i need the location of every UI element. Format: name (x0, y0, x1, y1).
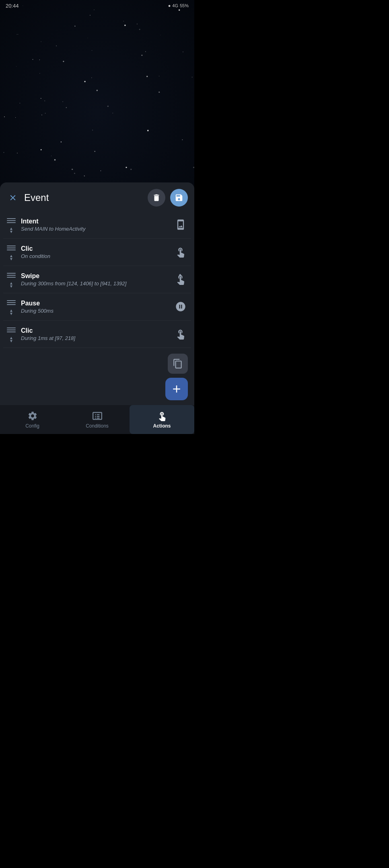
action-content: Swipe During 300ms from [124, 1406] to [… (21, 272, 169, 287)
action-item[interactable]: ▲▼ Clic During 1ms at [97, 218] (3, 321, 191, 348)
conditions-label: Conditions (86, 423, 109, 429)
bottom-navigation: Config Conditions Actions (0, 405, 194, 434)
config-label: Config (25, 423, 39, 429)
click-icon (173, 245, 188, 259)
action-content: Intent Send MAIN to HomeActivity (21, 218, 169, 232)
save-button[interactable] (170, 189, 188, 207)
action-description: During 1ms at [97, 218] (21, 335, 169, 341)
action-content: Clic On condition (21, 245, 169, 259)
swipe-icon (173, 272, 188, 287)
action-content: Pause During 500ms (21, 300, 169, 314)
action-name: Clic (21, 245, 169, 252)
drag-handle[interactable]: ▲▼ (6, 216, 16, 233)
status-icons: ● 4G 55% (168, 3, 189, 8)
pause-icon (173, 299, 188, 314)
conditions-icon (92, 410, 103, 422)
action-description: During 500ms (21, 308, 169, 314)
panel-title: Event (24, 192, 143, 203)
action-content: Clic During 1ms at [97, 218] (21, 327, 169, 341)
action-name: Clic (21, 327, 169, 334)
battery-level: 55% (180, 3, 189, 8)
action-name: Swipe (21, 272, 169, 280)
action-item[interactable]: ▲▼ Swipe During 300ms from [124, 1406] t… (3, 266, 191, 293)
action-list: ▲▼ Intent Send MAIN to HomeActivity ▲▼ (0, 211, 194, 349)
copy-button[interactable] (168, 354, 188, 374)
event-panel: Event ▲▼ Intent Sen (0, 182, 194, 434)
signal-icon: 4G (172, 3, 178, 8)
drag-handle[interactable]: ▲▼ (6, 298, 16, 315)
action-item[interactable]: ▲▼ Pause During 500ms (3, 293, 191, 321)
nav-conditions[interactable]: Conditions (65, 405, 130, 434)
click-icon-2 (173, 327, 188, 341)
drag-handle[interactable]: ▲▼ (6, 326, 16, 343)
action-item[interactable]: ▲▼ Intent Send MAIN to HomeActivity (3, 211, 191, 239)
delete-button[interactable] (148, 189, 165, 207)
nav-config[interactable]: Config (0, 405, 65, 434)
close-button[interactable] (6, 191, 19, 204)
bluetooth-icon: ● (168, 3, 171, 8)
actions-label: Actions (153, 423, 171, 429)
drag-handle[interactable]: ▲▼ (6, 271, 16, 288)
action-name: Pause (21, 300, 169, 307)
nav-actions[interactable]: Actions (130, 405, 194, 434)
status-time: 20:44 (6, 3, 19, 9)
action-name: Intent (21, 218, 169, 225)
action-description: During 300ms from [124, 1406] to [941, 1… (21, 280, 169, 287)
action-item[interactable]: ▲▼ Clic On condition (3, 239, 191, 266)
drag-handle[interactable]: ▲▼ (6, 244, 16, 261)
action-description: On condition (21, 253, 169, 259)
action-description: Send MAIN to HomeActivity (21, 226, 169, 232)
panel-header: Event (0, 182, 194, 211)
intent-icon (173, 217, 188, 232)
config-icon (27, 410, 38, 422)
status-bar: 20:44 ● 4G 55% (0, 0, 194, 11)
fab-area (0, 349, 194, 405)
actions-icon (156, 410, 168, 422)
add-action-button[interactable] (165, 378, 188, 400)
